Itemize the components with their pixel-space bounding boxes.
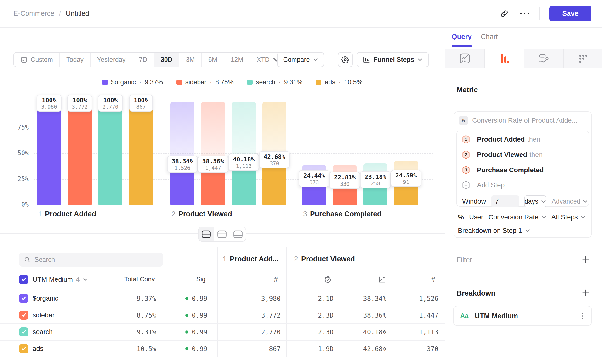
y-axis-tick: 75%: [7, 124, 29, 131]
column-header-total-conversion[interactable]: Total Conv.: [96, 276, 156, 283]
layout-option[interactable]: [199, 227, 214, 241]
advanced-toggle[interactable]: Advanced: [552, 198, 588, 205]
funnel-steps-list: 1Product Addedthen2Product Viewedthen3Pu…: [457, 132, 589, 178]
layout-option[interactable]: [230, 227, 246, 241]
row-total-conversion: 10.5%: [96, 341, 156, 357]
row-avg-time-to-convert: 2.1D: [283, 290, 333, 307]
tab-query[interactable]: Query: [452, 33, 472, 41]
bar-conversion-pct: 38.36%: [202, 158, 224, 165]
chevron-down-icon: [525, 229, 530, 232]
plus-icon: [582, 289, 590, 297]
step-badge-number: 2: [462, 150, 470, 159]
breadcrumb-title[interactable]: Untitled: [66, 10, 89, 18]
row-significance: 0.99: [168, 341, 207, 357]
row-avg-time-to-convert: 1.9D: [283, 341, 333, 357]
bar-conversion-pct: 22.81%: [334, 174, 355, 181]
row-step2-conversion: 40.18%: [333, 324, 387, 340]
funnel-bar[interactable]: [37, 102, 61, 205]
significance-dot: [185, 314, 188, 317]
time-to-convert-column-icon[interactable]: [324, 275, 332, 284]
step-number: 3: [303, 210, 307, 218]
report-type-tab-flows[interactable]: [524, 49, 564, 68]
metric-header[interactable]: A Conversion Rate of Product Adde...: [459, 116, 577, 125]
bar-conversion-pct: 100%: [72, 97, 88, 104]
metric-step-label: Product Viewedthen: [477, 151, 543, 159]
breakdown-on-step-select[interactable]: Breakdown on Step 1: [458, 227, 530, 235]
tab-chart[interactable]: Chart: [481, 33, 498, 41]
table-view-icon: [233, 230, 243, 238]
step-name: Product Added: [45, 210, 96, 218]
report-type-tab-retention[interactable]: [564, 49, 602, 68]
step-caption: 1Product Added: [38, 210, 96, 218]
column-header-significance[interactable]: Sig.: [168, 276, 207, 283]
metric-section-label: Metric: [457, 86, 478, 94]
row-checkbox[interactable]: [19, 294, 28, 303]
select-all-checkbox[interactable]: [19, 275, 28, 284]
add-breakdown-button[interactable]: [580, 288, 591, 298]
row-step2-conversion: 38.34%: [333, 290, 387, 307]
row-step1-count: 2,770: [227, 324, 281, 340]
table-search: [19, 253, 163, 267]
copy-link-button[interactable]: [499, 8, 510, 19]
breakdown-property-card[interactable]: Aa UTM Medium: [453, 306, 592, 326]
significance-value: 0.99: [192, 311, 207, 319]
report-type-tab-funnel[interactable]: [485, 49, 524, 68]
bar-count: 2,770: [102, 104, 118, 110]
count-column-icon[interactable]: #: [274, 275, 278, 284]
breakdown-property-name: UTM Medium: [475, 312, 518, 320]
report-type-tab-insights[interactable]: [445, 49, 485, 68]
count-column-icon[interactable]: #: [431, 275, 435, 284]
metric-step-row[interactable]: 1Product Addedthen: [457, 132, 589, 147]
conversion-rate-column-icon[interactable]: [378, 275, 386, 284]
measure-entity[interactable]: User: [469, 213, 483, 221]
bar-count: 867: [134, 104, 148, 110]
row-significance: 0.99: [168, 307, 207, 323]
step-caption: 3Purchase Completed: [303, 210, 381, 218]
bar-conversion-pct: 38.34%: [172, 158, 193, 165]
measure-type-select[interactable]: Conversion Rate: [488, 213, 546, 221]
significance-dot: [185, 347, 188, 350]
add-filter-button[interactable]: [580, 255, 591, 265]
query-panel: Query Chart Metric A Conversion Rate of …: [445, 28, 602, 364]
table-step2-header: 2 Product Viewed: [294, 255, 355, 263]
row-checkbox[interactable]: [19, 310, 28, 320]
add-step-button[interactable]: Add Step: [457, 178, 589, 193]
breakdown-column-header[interactable]: UTM Medium 4: [32, 275, 88, 284]
row-checkbox[interactable]: [19, 344, 28, 353]
row-checkbox[interactable]: [19, 327, 28, 336]
step-name: Product Add...: [230, 255, 279, 263]
funnel-bar[interactable]: [129, 102, 153, 205]
row-avg-time-to-convert: 2.3D: [283, 324, 333, 340]
step-badge-number: 1: [462, 135, 470, 144]
breadcrumb: E-Commerce / Untitled: [13, 0, 89, 27]
step-hexagon-badge: 3: [462, 166, 470, 174]
save-button[interactable]: Save: [549, 6, 591, 21]
row-step2-conversion: 42.68%: [333, 341, 387, 357]
breadcrumb-project[interactable]: E-Commerce: [13, 10, 54, 18]
kebab-menu-icon[interactable]: [581, 311, 585, 321]
chevron-down-icon: [83, 278, 88, 281]
window-unit-select[interactable]: days: [524, 195, 547, 207]
layout-option[interactable]: [214, 227, 230, 241]
more-menu-button[interactable]: [519, 8, 530, 19]
bar-count: 1,447: [202, 165, 224, 171]
window-value-input[interactable]: [491, 195, 519, 207]
metric-step-row[interactable]: 2Product Viewedthen: [457, 147, 589, 162]
measure-scope-select[interactable]: All Steps: [551, 213, 586, 221]
plus-icon: [582, 256, 590, 264]
add-step-label: Add Step: [477, 181, 505, 189]
insights-icon: [460, 53, 470, 64]
advanced-label: Advanced: [552, 198, 580, 205]
row-significance: 0.99: [168, 324, 207, 340]
bar-value-label: 100%3,980: [37, 95, 62, 112]
funnel-chart: 75%50%25%0%100%3,980100%3,772100%2,77010…: [0, 28, 445, 234]
search-input[interactable]: [34, 256, 158, 263]
bar-value-label: 38.36%1,447: [198, 156, 228, 173]
report-type-tabs: [445, 49, 602, 68]
funnel-bar[interactable]: [98, 102, 122, 205]
bar-value-label: 24.44%373: [299, 170, 330, 187]
row-name: $organic: [32, 290, 58, 307]
funnel-bar[interactable]: [68, 102, 92, 205]
row-step1-count: 3,772: [227, 307, 281, 323]
metric-step-row[interactable]: 3Purchase Completed: [457, 162, 589, 178]
